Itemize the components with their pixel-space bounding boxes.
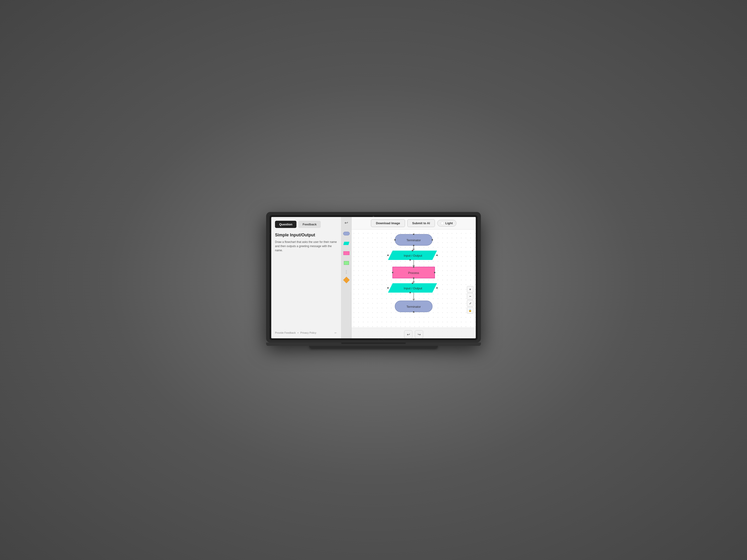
svg-point-19 (436, 255, 438, 256)
laptop: Question Feedback Simple Input/Output Dr… (266, 212, 481, 348)
canvas-toolbar: Download Image Submit to AI Light (352, 217, 476, 230)
svg-point-11 (413, 245, 414, 246)
svg-point-25 (434, 272, 435, 273)
undo-tool[interactable]: ↩ (342, 219, 351, 227)
fit-screen-button[interactable]: ⤢ (467, 300, 473, 306)
zoom-controls: + − ⤢ 🔒 (467, 286, 473, 314)
flowchart-canvas[interactable]: Terminator Input / Output (352, 230, 476, 328)
svg-point-13 (432, 239, 433, 241)
light-toggle[interactable]: Light (437, 220, 456, 226)
laptop-hinge (341, 343, 406, 344)
svg-text:Terminator: Terminator (406, 305, 421, 309)
flowchart-svg: Terminator Input / Output (374, 230, 453, 328)
screen: Question Feedback Simple Input/Output Dr… (271, 217, 476, 338)
undo-button[interactable]: ↩ (404, 330, 412, 338)
light-label: Light (445, 221, 453, 225)
svg-point-22 (413, 266, 414, 268)
svg-text:Terminator: Terminator (406, 238, 421, 242)
process-tool[interactable] (342, 249, 351, 257)
sidebar-footer: Provide Feedback • Privacy Policy ← (275, 331, 337, 335)
laptop-body: Question Feedback Simple Input/Output Dr… (266, 212, 481, 343)
diamond-shape-icon (343, 277, 350, 283)
tab-bar: Question Feedback (275, 221, 337, 228)
svg-point-18 (387, 255, 389, 256)
footer-back-arrow[interactable]: ← (334, 331, 337, 335)
zoom-in-button[interactable]: + (467, 286, 473, 293)
svg-point-10 (413, 234, 414, 235)
zoom-out-button[interactable]: − (467, 293, 473, 300)
io-tool[interactable] (342, 239, 351, 247)
rectangle-shape-icon (344, 261, 349, 265)
terminator-shape-icon (343, 232, 350, 235)
svg-point-12 (394, 239, 396, 241)
parallelogram-shape-icon (343, 242, 350, 245)
tab-question[interactable]: Question (275, 221, 297, 228)
svg-point-16 (412, 250, 413, 251)
svg-text:Input / Output: Input / Output (404, 254, 422, 257)
svg-point-24 (392, 272, 393, 273)
svg-point-28 (412, 283, 413, 284)
undo-icon: ↩ (407, 332, 410, 337)
toggle-circle-icon (441, 222, 444, 225)
canvas-bottom-controls: ↩ ↪ (352, 328, 476, 338)
laptop-stand (309, 346, 438, 348)
svg-point-29 (409, 292, 411, 293)
canvas-area: Download Image Submit to AI Light (352, 217, 476, 338)
tab-feedback[interactable]: Feedback (298, 221, 321, 228)
lock-button[interactable]: 🔒 (467, 307, 473, 314)
redo-icon: ↪ (418, 332, 421, 337)
sidebar-title: Simple Input/Output (275, 233, 337, 238)
svg-marker-7 (412, 299, 415, 301)
download-image-button[interactable]: Download Image (371, 219, 405, 227)
sidebar-description: Draw a flowchart that asks the user for … (275, 240, 337, 252)
terminator-tool[interactable] (342, 230, 351, 238)
diamond-tool[interactable] (342, 276, 351, 284)
sidebar: Question Feedback Simple Input/Output Dr… (271, 217, 341, 338)
screen-bezel: Question Feedback Simple Input/Output Dr… (269, 215, 478, 340)
svg-point-31 (436, 287, 438, 289)
process-shape-icon (343, 251, 350, 255)
app-layout: Question Feedback Simple Input/Output Dr… (271, 217, 476, 338)
svg-point-30 (387, 287, 389, 289)
svg-text:Input / Output: Input / Output (404, 287, 422, 290)
submit-to-ai-button[interactable]: Submit to AI (407, 219, 435, 227)
footer-separator: • (298, 331, 299, 334)
laptop-base (266, 343, 481, 346)
rectangle-tool[interactable] (342, 259, 351, 267)
provide-feedback-link[interactable]: Provide Feedback (275, 331, 296, 334)
svg-text:Process: Process (408, 271, 419, 275)
palette-separator (346, 270, 347, 274)
svg-point-17 (409, 259, 411, 261)
svg-point-23 (413, 277, 414, 279)
svg-point-34 (413, 311, 414, 313)
redo-button[interactable]: ↪ (415, 330, 423, 338)
privacy-policy-link[interactable]: Privacy Policy (301, 331, 316, 334)
tool-palette: ↩ (341, 217, 352, 338)
